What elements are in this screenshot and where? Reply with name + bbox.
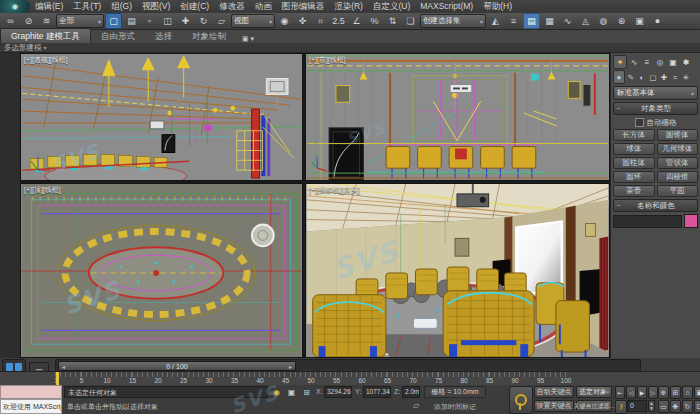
window-crossing-toggle-icon[interactable]: ◫ xyxy=(159,13,176,29)
render-setup-icon[interactable]: ⊛ xyxy=(613,13,630,29)
menu-modifiers[interactable]: 修改器 xyxy=(214,1,250,13)
graphite-ribbon-toggle-icon[interactable]: ▦ xyxy=(541,13,558,29)
object-type-button-pyramid[interactable]: 四棱锥 xyxy=(657,171,699,183)
time-slider-handle[interactable]: ◂ 0 / 100 ▸ xyxy=(58,361,296,371)
ribbon-panel-strip[interactable]: 多边形建模 ▾ xyxy=(0,43,700,53)
isolate-selection-icon[interactable]: ◉ xyxy=(270,386,283,398)
ribbon-tab-selection[interactable]: 选择 xyxy=(145,29,182,43)
select-and-scale-icon[interactable]: ▱ xyxy=(213,13,230,29)
spinner-snap-toggle-icon[interactable]: ⇅ xyxy=(384,13,401,29)
select-and-manipulate-icon[interactable]: ✜ xyxy=(294,13,311,29)
panel-tab-hierarchy-icon[interactable]: ≡ xyxy=(641,56,653,68)
autogrid-checkbox[interactable] xyxy=(635,118,644,127)
object-type-button-torus[interactable]: 圆环 xyxy=(613,171,655,183)
track-bar-ruler[interactable]: 0510152025303540455055606570758085909510… xyxy=(55,372,639,386)
curve-editor-icon[interactable]: ∿ xyxy=(559,13,576,29)
keyboard-shortcut-override-icon[interactable]: ⌗ xyxy=(312,13,329,29)
named-selection-sets-dropdown[interactable]: 创建选择集▾ xyxy=(420,14,486,28)
object-type-button-teapot[interactable]: 茶壶 xyxy=(613,185,655,197)
panel-tab-modify-icon[interactable]: ∿ xyxy=(628,56,640,68)
mirror-icon[interactable]: ◭ xyxy=(487,13,504,29)
zoom-all-button[interactable]: ⊞ xyxy=(670,386,681,399)
object-type-button-plane[interactable]: 平面 xyxy=(657,185,699,197)
viewport-label[interactable]: [+][前][线框] xyxy=(309,55,346,65)
edit-named-selection-sets-icon[interactable]: ❏ xyxy=(402,13,419,29)
object-name-field[interactable] xyxy=(613,215,682,228)
select-by-name-icon[interactable]: ▤ xyxy=(123,13,140,29)
key-filters-button[interactable]: 关键点过滤器... xyxy=(576,400,612,412)
add-time-tag[interactable]: 添加时间标记 xyxy=(424,401,486,413)
menu-graph-editors[interactable]: 图形编辑器 xyxy=(277,1,330,13)
zoom-region-button[interactable]: ▭ xyxy=(658,400,669,413)
create-category-space-warps-icon[interactable]: ≈ xyxy=(670,71,680,83)
slider-left-arrow-icon[interactable]: ◂ xyxy=(62,363,65,370)
angle-snap-toggle-icon[interactable]: ∠ xyxy=(348,13,365,29)
unlink-selection-icon[interactable]: ⊘ xyxy=(20,13,37,29)
create-category-systems-icon[interactable]: ✳ xyxy=(681,71,691,83)
zoom-extents-button[interactable]: ⌂ xyxy=(682,386,693,399)
object-type-rollout[interactable]: − 对象类型 xyxy=(613,102,698,115)
select-and-move-icon[interactable]: ✚ xyxy=(177,13,194,29)
create-category-cameras-icon[interactable]: ▢ xyxy=(648,71,658,83)
menu-group[interactable]: 组(G) xyxy=(106,1,137,13)
current-frame-field[interactable]: 0 xyxy=(627,400,647,412)
bind-to-space-warp-icon[interactable]: ≋ xyxy=(38,13,55,29)
play-animation-button[interactable]: ▶ xyxy=(637,386,647,399)
viewport-label[interactable]: [+][顶][线框] xyxy=(24,185,61,195)
menu-views[interactable]: 视图(V) xyxy=(137,1,175,13)
menu-edit[interactable]: 编辑(E) xyxy=(30,1,68,13)
object-type-button-tube[interactable]: 管状体 xyxy=(657,157,699,169)
slider-right-arrow-icon[interactable]: ▸ xyxy=(289,363,292,370)
set-keys-button[interactable] xyxy=(509,386,533,414)
panel-tab-motion-icon[interactable]: ◎ xyxy=(654,56,666,68)
selection-filter-dropdown[interactable]: 全部▾ xyxy=(56,14,104,28)
reference-coordinate-dropdown[interactable]: 视图▾ xyxy=(231,14,275,28)
panel-tab-create-icon[interactable]: ✶ xyxy=(613,55,627,69)
zoom-extents-all-button[interactable]: ▣ xyxy=(694,386,700,399)
menu-rendering[interactable]: 渲染(R) xyxy=(329,1,368,13)
maximize-viewport-toggle-button[interactable]: ⊡ xyxy=(694,400,700,413)
schematic-view-icon[interactable]: ◬ xyxy=(577,13,594,29)
menu-customize[interactable]: 自定义(U) xyxy=(368,1,415,13)
rectangular-selection-region-icon[interactable]: ▫ xyxy=(141,13,158,29)
menu-help[interactable]: 帮助(H) xyxy=(478,1,517,13)
use-pivot-point-center-icon[interactable]: ◉ xyxy=(276,13,293,29)
object-type-button-geosphere[interactable]: 几何球体 xyxy=(657,143,699,155)
maxscript-mini-listener[interactable]: 欢迎使用 MAXScript xyxy=(0,399,62,414)
y-coordinate-field[interactable]: 1077.34mm xyxy=(363,386,391,398)
material-editor-icon[interactable]: ◍ xyxy=(595,13,612,29)
ribbon-tab-graphite[interactable]: Graphite 建模工具 xyxy=(0,28,91,43)
application-button[interactable]: ◉ xyxy=(0,0,30,13)
ribbon-tab-freeform[interactable]: 自由形式 xyxy=(91,29,145,43)
absolute-mode-icon[interactable]: ⊞ xyxy=(300,386,313,398)
panel-tab-display-icon[interactable]: ▣ xyxy=(667,56,679,68)
object-type-button-cylinder[interactable]: 圆柱体 xyxy=(613,157,655,169)
object-color-swatch[interactable] xyxy=(684,214,698,228)
ribbon-tab-object-paint[interactable]: 对象绘制 xyxy=(182,29,236,43)
select-object-icon[interactable]: ▢ xyxy=(105,13,122,29)
selection-set-dropdown[interactable]: 选定对象 ▾ xyxy=(576,386,612,398)
create-category-shapes-icon[interactable]: ✎ xyxy=(626,71,636,83)
menu-maxscript[interactable]: MAXScript(M) xyxy=(415,1,478,13)
auto-key-button[interactable]: 自动关键点 xyxy=(534,386,574,398)
go-to-start-button[interactable]: ⇤ xyxy=(615,386,625,399)
object-type-button-sphere[interactable]: 球体 xyxy=(613,143,655,155)
orbit-button[interactable]: ↻ xyxy=(682,400,693,413)
primitive-category-dropdown[interactable]: 标准基本体 ▾ xyxy=(613,86,698,100)
render-production-icon[interactable]: ● xyxy=(649,13,666,29)
select-and-link-icon[interactable]: ∞ xyxy=(2,13,19,29)
next-frame-button[interactable]: ▷ xyxy=(648,386,658,399)
pan-view-button[interactable]: ✚ xyxy=(670,400,681,413)
menu-animation[interactable]: 动画 xyxy=(250,1,277,13)
menu-tools[interactable]: 工具(T) xyxy=(68,1,106,13)
snaps-toggle-icon[interactable]: 2.5 xyxy=(330,13,347,29)
x-coordinate-field[interactable]: 3294.26mm xyxy=(324,386,352,398)
zoom-button[interactable]: ⊕ xyxy=(658,386,669,399)
name-color-rollout[interactable]: − 名称和颜色 xyxy=(613,199,698,212)
object-type-button-box[interactable]: 长方体 xyxy=(613,129,655,141)
create-category-lights-icon[interactable]: ◐ xyxy=(637,71,647,83)
rendered-frame-window-icon[interactable]: ▣ xyxy=(631,13,648,29)
viewport-perspective[interactable]: [+][透视][线框] SVS xyxy=(20,53,303,181)
viewport-label[interactable]: [+][透视][线框] xyxy=(24,55,68,65)
z-coordinate-field[interactable]: 2.0mm xyxy=(402,386,420,398)
